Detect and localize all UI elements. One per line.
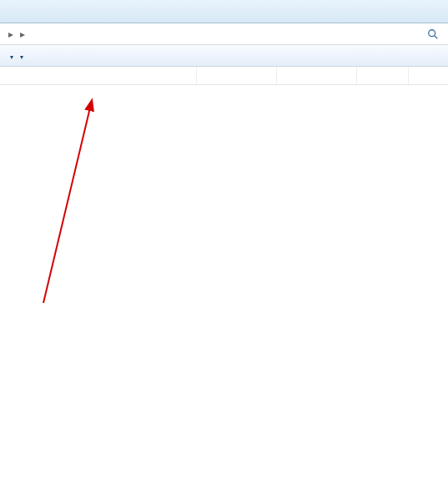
chevron-right-icon: ▸ — [20, 28, 25, 40]
header-date[interactable] — [197, 67, 277, 84]
toolbar — [0, 45, 448, 67]
header-name[interactable] — [15, 67, 197, 84]
header-type[interactable] — [277, 67, 357, 84]
header-size[interactable] — [357, 67, 409, 84]
chevron-right-icon: ▸ — [8, 28, 13, 40]
search-icon[interactable] — [425, 26, 441, 43]
svg-point-0 — [429, 29, 435, 36]
share-menu[interactable] — [10, 51, 13, 61]
window-titlebar[interactable] — [0, 0, 448, 23]
svg-line-1 — [435, 35, 438, 38]
breadcrumb[interactable]: ▸ ▸ — [0, 23, 448, 45]
new-folder-button[interactable] — [20, 51, 23, 61]
column-headers — [0, 67, 448, 85]
